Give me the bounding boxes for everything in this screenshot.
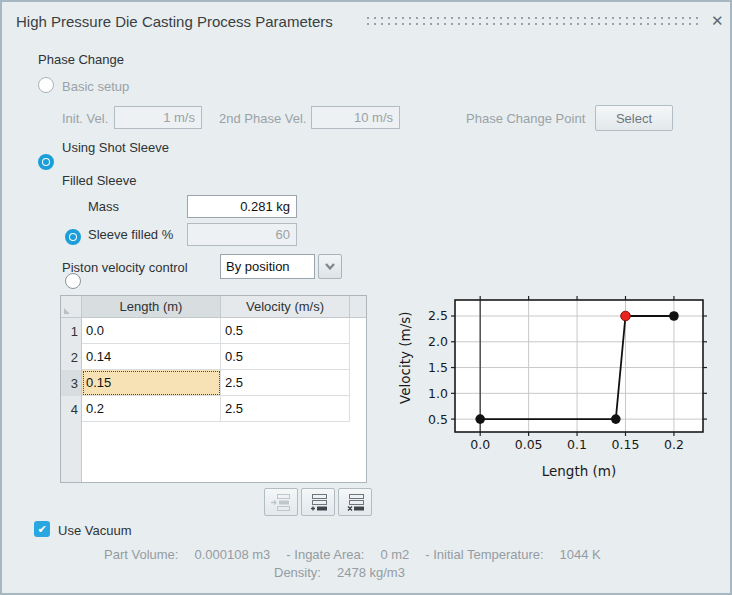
- velocity-profile-table: Length (m) Velocity (m/s) 1 0.0 0.5 2 0.…: [60, 295, 367, 483]
- row-header[interactable]: 4: [61, 396, 82, 422]
- column-header-velocity[interactable]: Velocity (m/s): [221, 296, 350, 317]
- delete-row-button[interactable]: [338, 488, 372, 516]
- add-row-icon: [308, 494, 328, 511]
- status-line-1: Part Volume:0.000108 m3- Ingate Area:0 m…: [104, 547, 617, 562]
- insert-row-icon: [271, 494, 291, 511]
- piston-velocity-select[interactable]: By position: [220, 254, 315, 279]
- table-row: 1 0.0 0.5: [61, 318, 366, 344]
- drag-handle[interactable]: [367, 17, 700, 25]
- row-header[interactable]: 1: [61, 318, 82, 344]
- second-phase-vel-field: [311, 106, 400, 129]
- using-shot-sleeve-label: Using Shot Sleeve: [62, 140, 169, 155]
- cell-velocity-2[interactable]: 0.5: [221, 344, 350, 370]
- cell-length-1[interactable]: 0.0: [82, 318, 221, 344]
- svg-text:Length (m): Length (m): [542, 463, 617, 479]
- row-header-column-fill: [61, 422, 82, 482]
- phase-change-heading: Phase Change: [38, 52, 124, 67]
- svg-text:0.0: 0.0: [470, 437, 490, 452]
- row-gutter: [350, 318, 366, 344]
- table-corner-select-all[interactable]: [61, 296, 82, 317]
- cell-length-3-selected[interactable]: 0.15: [82, 370, 221, 396]
- using-shot-sleeve-radio[interactable]: [38, 154, 54, 170]
- table-row-selected: 3 0.15 2.5: [61, 370, 366, 396]
- mass-label: Mass: [88, 199, 119, 214]
- row-gutter: [350, 396, 366, 422]
- table-empty-area: [61, 422, 366, 482]
- piston-velocity-label: Piston velocity control: [62, 260, 188, 275]
- filled-sleeve-heading: Filled Sleeve: [62, 173, 136, 188]
- second-phase-vel-label: 2nd Phase Vel.: [219, 111, 306, 126]
- cell-velocity-4[interactable]: 2.5: [221, 396, 350, 422]
- column-header-length[interactable]: Length (m): [82, 296, 221, 317]
- chevron-down-icon: [325, 263, 335, 270]
- select-button[interactable]: Select: [595, 105, 673, 131]
- velocity-profile-chart: 0.00.050.10.150.20.51.01.52.02.5Length (…: [392, 290, 732, 485]
- add-row-button[interactable]: [301, 488, 335, 516]
- ingate-area-label: - Ingate Area:: [286, 547, 364, 562]
- row-header[interactable]: 2: [61, 344, 82, 370]
- check-icon: ✔: [37, 523, 46, 536]
- cell-length-4[interactable]: 0.2: [82, 396, 221, 422]
- use-vacuum-checkbox[interactable]: ✔: [34, 521, 50, 537]
- svg-text:0.2: 0.2: [664, 437, 684, 452]
- delete-row-icon: [345, 494, 365, 511]
- basic-setup-radio[interactable]: [38, 77, 54, 93]
- density-label: Density:: [274, 565, 321, 580]
- svg-text:1.5: 1.5: [428, 360, 448, 375]
- cell-length-2[interactable]: 0.14: [82, 344, 221, 370]
- row-gutter: [350, 370, 366, 396]
- svg-text:2.0: 2.0: [428, 334, 448, 349]
- piston-velocity-dropdown-button[interactable]: [318, 254, 342, 279]
- close-icon[interactable]: ✕: [711, 13, 724, 29]
- sleeve-filled-radio[interactable]: [65, 273, 81, 289]
- svg-text:0.1: 0.1: [567, 437, 587, 452]
- part-volume-label: Part Volume:: [104, 547, 178, 562]
- svg-text:Velocity (m/s): Velocity (m/s): [397, 311, 413, 404]
- initial-temperature-value: 1044 K: [560, 547, 601, 562]
- part-volume-value: 0.000108 m3: [194, 547, 270, 562]
- row-header[interactable]: 3: [61, 370, 82, 396]
- density-value: 2478 kg/m3: [337, 565, 405, 580]
- hpdc-parameters-dialog: High Pressure Die Casting Process Parame…: [0, 0, 732, 595]
- mass-radio[interactable]: [65, 229, 81, 245]
- sleeve-filled-label: Sleeve filled %: [88, 227, 173, 242]
- cell-velocity-3[interactable]: 2.5: [221, 370, 350, 396]
- table-body-fill: [82, 422, 366, 482]
- svg-text:0.15: 0.15: [612, 437, 640, 452]
- ingate-area-value: 0 m2: [380, 547, 409, 562]
- table-row: 2 0.14 0.5: [61, 344, 366, 370]
- sleeve-filled-field: [187, 223, 297, 246]
- init-vel-label: Init. Vel.: [62, 111, 108, 126]
- status-line-2: Density:2478 kg/m3: [274, 565, 421, 580]
- phase-change-point-label: Phase Change Point: [466, 111, 585, 126]
- mass-field[interactable]: [187, 195, 297, 218]
- svg-text:0.5: 0.5: [428, 412, 448, 427]
- svg-text:1.0: 1.0: [428, 386, 448, 401]
- table-row: 4 0.2 2.5: [61, 396, 366, 422]
- header-gutter: [350, 296, 366, 317]
- initial-temperature-label: - Initial Temperature:: [425, 547, 543, 562]
- insert-row-button: [264, 488, 298, 516]
- svg-text:0.05: 0.05: [515, 437, 543, 452]
- table-header-row: Length (m) Velocity (m/s): [61, 296, 366, 318]
- init-vel-field: [114, 106, 202, 129]
- cell-velocity-1[interactable]: 0.5: [221, 318, 350, 344]
- row-gutter: [350, 344, 366, 370]
- use-vacuum-label: Use Vacuum: [58, 523, 131, 538]
- svg-text:2.5: 2.5: [428, 308, 448, 323]
- basic-setup-label: Basic setup: [62, 79, 129, 94]
- page-title: High Pressure Die Casting Process Parame…: [16, 13, 333, 30]
